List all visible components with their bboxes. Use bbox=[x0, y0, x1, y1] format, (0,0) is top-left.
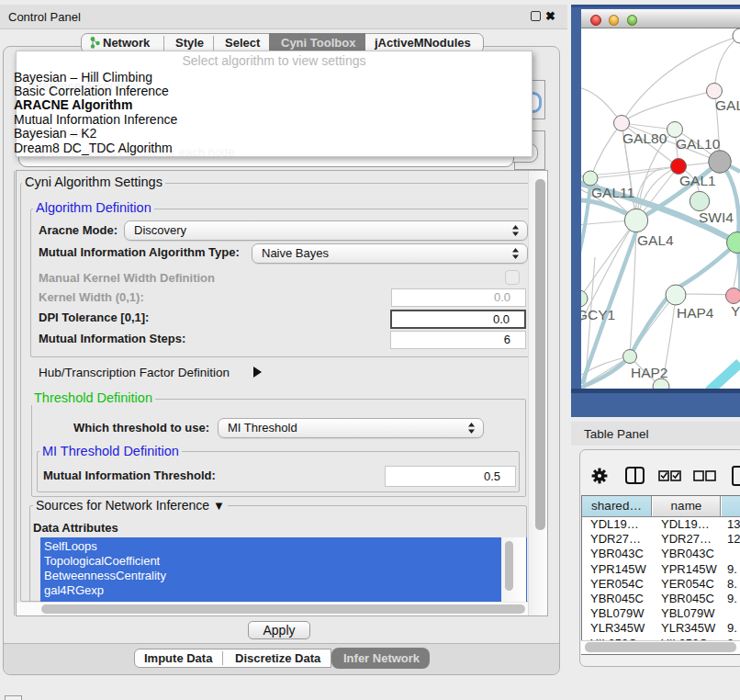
svg-text:Y: Y bbox=[731, 303, 740, 319]
svg-text:SWI4: SWI4 bbox=[699, 209, 734, 225]
svg-text:HAP2: HAP2 bbox=[631, 365, 668, 380]
svg-text:GAL11: GAL11 bbox=[591, 185, 634, 200]
svg-text:HAP4: HAP4 bbox=[677, 305, 714, 321]
svg-text:GAL80: GAL80 bbox=[622, 130, 667, 146]
svg-text:GAL4: GAL4 bbox=[637, 232, 674, 248]
svg-text:GAL1: GAL1 bbox=[679, 173, 716, 188]
svg-text:GCY1: GCY1 bbox=[581, 307, 615, 322]
svg-text:GAL10: GAL10 bbox=[676, 136, 721, 152]
svg-text:GAL7: GAL7 bbox=[715, 97, 740, 113]
